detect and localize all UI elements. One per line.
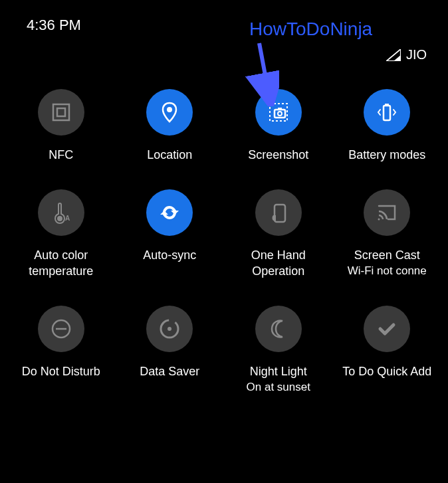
- tile-one-hand-operation[interactable]: One Hand Operation: [224, 183, 333, 299]
- svg-rect-8: [275, 110, 285, 118]
- tile-night-light[interactable]: Night Light On at sunset: [224, 299, 333, 414]
- battery-icon: [364, 89, 410, 136]
- svg-rect-4: [53, 104, 69, 120]
- nfc-icon: [38, 89, 84, 136]
- tile-label: Data Saver: [140, 364, 199, 379]
- svg-point-9: [278, 112, 282, 116]
- tile-location[interactable]: Location: [116, 82, 225, 183]
- svg-rect-11: [384, 106, 390, 120]
- svg-rect-10: [278, 108, 282, 110]
- tile-label: Battery modes: [348, 147, 425, 163]
- annotation-arrow-icon: [226, 40, 279, 106]
- dnd-icon: [38, 306, 84, 352]
- tile-label: Auto-sync: [143, 248, 196, 263]
- tile-label: To Do Quick Add: [342, 364, 431, 379]
- tile-data-saver[interactable]: Data Saver: [116, 299, 225, 414]
- svg-line-1: [259, 43, 269, 96]
- cast-icon: [364, 189, 410, 236]
- signal-row: JIO: [0, 41, 448, 62]
- svg-point-19: [168, 327, 171, 331]
- carrier-label: JIO: [406, 47, 427, 62]
- datasaver-icon: [146, 306, 193, 352]
- tile-nfc[interactable]: NFC: [7, 82, 116, 183]
- tile-label: Night Light: [250, 364, 307, 379]
- tile-sublabel: Wi-Fi not conne: [348, 264, 427, 278]
- svg-rect-15: [275, 205, 285, 222]
- signal-icon: [386, 49, 401, 61]
- tile-label: Screen Cast: [354, 248, 420, 263]
- tile-label: Auto color temperature: [11, 248, 111, 279]
- tile-battery-modes[interactable]: Battery modes: [333, 82, 442, 183]
- tile-todo-quick-add[interactable]: To Do Quick Add: [333, 299, 442, 414]
- svg-rect-12: [385, 104, 389, 106]
- tile-label: NFC: [49, 147, 73, 163]
- temperature-icon: A: [38, 189, 84, 236]
- tile-label: One Hand Operation: [229, 248, 328, 279]
- onehand-icon: [255, 189, 302, 236]
- tile-label: Location: [147, 147, 192, 163]
- todo-icon: [364, 306, 410, 352]
- tile-label: Screenshot: [248, 147, 308, 163]
- svg-marker-3: [393, 55, 401, 61]
- status-bar: 4:36 PM: [0, 0, 448, 41]
- quick-settings-grid: NFC Location Screenshot: [0, 62, 448, 421]
- tile-auto-color-temperature[interactable]: A Auto color temperature: [7, 183, 116, 299]
- svg-rect-5: [57, 108, 65, 116]
- sync-icon: [146, 189, 193, 236]
- svg-point-13: [57, 216, 62, 221]
- tile-label: Do Not Disturb: [22, 364, 100, 379]
- svg-point-6: [167, 107, 172, 112]
- annotation-text: HowToDoNinja: [249, 19, 372, 40]
- tile-do-not-disturb[interactable]: Do Not Disturb: [7, 299, 116, 414]
- location-icon: [146, 89, 193, 136]
- tile-screen-cast[interactable]: Screen Cast Wi-Fi not conne: [333, 183, 442, 299]
- tile-sublabel: On at sunset: [247, 380, 310, 395]
- nightlight-icon: [255, 306, 302, 352]
- svg-text:A: A: [65, 215, 70, 222]
- tile-auto-sync[interactable]: Auto-sync: [116, 183, 225, 299]
- status-time: 4:36 PM: [27, 17, 81, 34]
